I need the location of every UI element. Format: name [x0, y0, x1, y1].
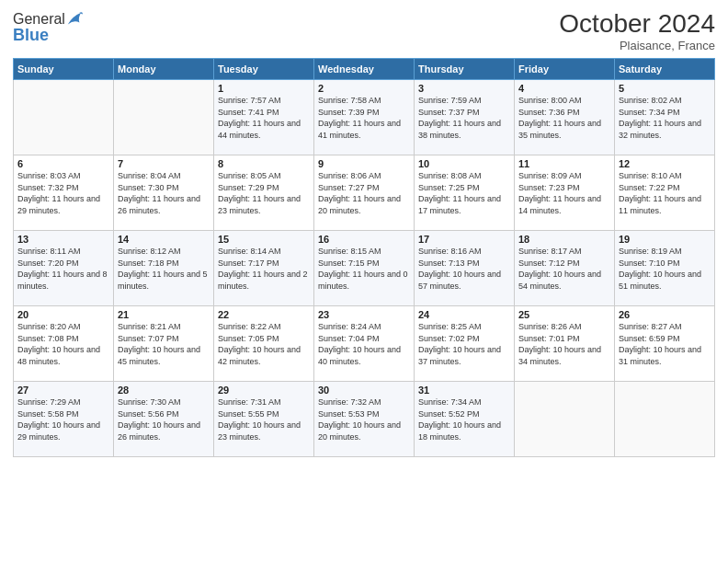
logo-bird-icon [66, 9, 83, 29]
header-row: SundayMondayTuesdayWednesdayThursdayFrid… [14, 59, 715, 80]
day-info: Sunrise: 7:34 AMSunset: 5:52 PMDaylight:… [418, 396, 510, 442]
calendar-cell: 19Sunrise: 8:19 AMSunset: 7:10 PMDayligh… [615, 231, 715, 306]
day-number: 7 [118, 158, 210, 169]
calendar-cell: 23Sunrise: 8:24 AMSunset: 7:04 PMDayligh… [314, 306, 415, 382]
day-number: 3 [418, 83, 510, 94]
day-number: 1 [218, 83, 310, 94]
day-number: 4 [518, 83, 610, 94]
day-number: 28 [118, 385, 210, 396]
day-info: Sunrise: 8:16 AMSunset: 7:13 PMDaylight:… [418, 246, 510, 292]
day-info: Sunrise: 8:17 AMSunset: 7:12 PMDaylight:… [518, 246, 610, 292]
calendar-cell: 8Sunrise: 8:05 AMSunset: 7:29 PMDaylight… [214, 155, 314, 231]
day-info: Sunrise: 8:12 AMSunset: 7:18 PMDaylight:… [118, 246, 210, 292]
col-header-thursday: Thursday [415, 59, 515, 80]
calendar-cell: 1Sunrise: 7:57 AMSunset: 7:41 PMDaylight… [214, 80, 314, 155]
day-info: Sunrise: 7:32 AMSunset: 5:53 PMDaylight:… [318, 396, 410, 442]
day-info: Sunrise: 8:14 AMSunset: 7:17 PMDaylight:… [218, 246, 310, 292]
day-info: Sunrise: 7:31 AMSunset: 5:55 PMDaylight:… [218, 396, 310, 442]
day-info: Sunrise: 8:19 AMSunset: 7:10 PMDaylight:… [619, 246, 711, 292]
calendar-cell [515, 382, 615, 457]
month-title: October 2024 [559, 9, 715, 39]
col-header-wednesday: Wednesday [314, 59, 415, 80]
day-number: 10 [418, 158, 510, 169]
logo: General Blue [13, 9, 83, 45]
calendar-cell: 13Sunrise: 8:11 AMSunset: 7:20 PMDayligh… [14, 231, 114, 306]
day-number: 2 [318, 83, 410, 94]
day-info: Sunrise: 8:22 AMSunset: 7:05 PMDaylight:… [218, 321, 310, 367]
calendar-cell: 2Sunrise: 7:58 AMSunset: 7:39 PMDaylight… [314, 80, 415, 155]
title-block: October 2024 Plaisance, France [559, 9, 715, 52]
day-number: 17 [418, 234, 510, 245]
calendar-cell: 3Sunrise: 7:59 AMSunset: 7:37 PMDaylight… [415, 80, 515, 155]
day-info: Sunrise: 7:57 AMSunset: 7:41 PMDaylight:… [218, 95, 310, 141]
week-row-4: 20Sunrise: 8:20 AMSunset: 7:08 PMDayligh… [14, 306, 715, 382]
calendar-cell [14, 80, 114, 155]
day-number: 8 [218, 158, 310, 169]
day-number: 9 [318, 158, 410, 169]
day-info: Sunrise: 8:03 AMSunset: 7:32 PMDaylight:… [17, 170, 109, 216]
day-number: 27 [17, 385, 109, 396]
calendar-cell: 10Sunrise: 8:08 AMSunset: 7:25 PMDayligh… [415, 155, 515, 231]
calendar-cell: 24Sunrise: 8:25 AMSunset: 7:02 PMDayligh… [415, 306, 515, 382]
calendar-cell: 15Sunrise: 8:14 AMSunset: 7:17 PMDayligh… [214, 231, 314, 306]
day-number: 22 [218, 309, 310, 320]
calendar-cell [615, 382, 715, 457]
week-row-2: 6Sunrise: 8:03 AMSunset: 7:32 PMDaylight… [14, 155, 715, 231]
day-number: 16 [318, 234, 410, 245]
day-number: 26 [619, 309, 711, 320]
col-header-friday: Friday [515, 59, 615, 80]
day-info: Sunrise: 8:21 AMSunset: 7:07 PMDaylight:… [118, 321, 210, 367]
day-info: Sunrise: 8:09 AMSunset: 7:23 PMDaylight:… [518, 170, 610, 216]
day-info: Sunrise: 8:10 AMSunset: 7:22 PMDaylight:… [619, 170, 711, 216]
day-info: Sunrise: 8:15 AMSunset: 7:15 PMDaylight:… [318, 246, 410, 292]
week-row-3: 13Sunrise: 8:11 AMSunset: 7:20 PMDayligh… [14, 231, 715, 306]
col-header-tuesday: Tuesday [214, 59, 314, 80]
day-number: 11 [518, 158, 610, 169]
day-info: Sunrise: 8:27 AMSunset: 6:59 PMDaylight:… [619, 321, 711, 367]
day-number: 21 [118, 309, 210, 320]
day-number: 18 [518, 234, 610, 245]
location-subtitle: Plaisance, France [559, 39, 715, 52]
calendar-cell: 9Sunrise: 8:06 AMSunset: 7:27 PMDaylight… [314, 155, 415, 231]
day-number: 20 [17, 309, 109, 320]
calendar-cell: 6Sunrise: 8:03 AMSunset: 7:32 PMDaylight… [14, 155, 114, 231]
day-number: 12 [619, 158, 711, 169]
calendar-cell [114, 80, 214, 155]
calendar-cell: 5Sunrise: 8:02 AMSunset: 7:34 PMDaylight… [615, 80, 715, 155]
calendar-cell: 20Sunrise: 8:20 AMSunset: 7:08 PMDayligh… [14, 306, 114, 382]
day-info: Sunrise: 8:26 AMSunset: 7:01 PMDaylight:… [518, 321, 610, 367]
calendar-cell: 25Sunrise: 8:26 AMSunset: 7:01 PMDayligh… [515, 306, 615, 382]
day-info: Sunrise: 7:29 AMSunset: 5:58 PMDaylight:… [17, 396, 109, 442]
day-info: Sunrise: 8:24 AMSunset: 7:04 PMDaylight:… [318, 321, 410, 367]
week-row-1: 1Sunrise: 7:57 AMSunset: 7:41 PMDaylight… [14, 80, 715, 155]
calendar-cell: 16Sunrise: 8:15 AMSunset: 7:15 PMDayligh… [314, 231, 415, 306]
day-info: Sunrise: 8:04 AMSunset: 7:30 PMDaylight:… [118, 170, 210, 216]
day-number: 31 [418, 385, 510, 396]
day-info: Sunrise: 8:02 AMSunset: 7:34 PMDaylight:… [619, 95, 711, 141]
day-info: Sunrise: 8:06 AMSunset: 7:27 PMDaylight:… [318, 170, 410, 216]
calendar-cell: 17Sunrise: 8:16 AMSunset: 7:13 PMDayligh… [415, 231, 515, 306]
day-number: 24 [418, 309, 510, 320]
day-number: 6 [17, 158, 109, 169]
day-number: 5 [619, 83, 711, 94]
calendar-cell: 4Sunrise: 8:00 AMSunset: 7:36 PMDaylight… [515, 80, 615, 155]
day-number: 15 [218, 234, 310, 245]
day-number: 13 [17, 234, 109, 245]
day-info: Sunrise: 7:30 AMSunset: 5:56 PMDaylight:… [118, 396, 210, 442]
calendar-cell: 14Sunrise: 8:12 AMSunset: 7:18 PMDayligh… [114, 231, 214, 306]
calendar-cell: 18Sunrise: 8:17 AMSunset: 7:12 PMDayligh… [515, 231, 615, 306]
calendar-cell: 28Sunrise: 7:30 AMSunset: 5:56 PMDayligh… [114, 382, 214, 457]
col-header-monday: Monday [114, 59, 214, 80]
week-row-5: 27Sunrise: 7:29 AMSunset: 5:58 PMDayligh… [14, 382, 715, 457]
day-info: Sunrise: 8:11 AMSunset: 7:20 PMDaylight:… [17, 246, 109, 292]
calendar-cell: 29Sunrise: 7:31 AMSunset: 5:55 PMDayligh… [214, 382, 314, 457]
calendar-cell: 30Sunrise: 7:32 AMSunset: 5:53 PMDayligh… [314, 382, 415, 457]
calendar-cell: 21Sunrise: 8:21 AMSunset: 7:07 PMDayligh… [114, 306, 214, 382]
day-number: 14 [118, 234, 210, 245]
calendar-cell: 31Sunrise: 7:34 AMSunset: 5:52 PMDayligh… [415, 382, 515, 457]
day-info: Sunrise: 8:08 AMSunset: 7:25 PMDaylight:… [418, 170, 510, 216]
day-info: Sunrise: 8:20 AMSunset: 7:08 PMDaylight:… [17, 321, 109, 367]
day-number: 23 [318, 309, 410, 320]
calendar-cell: 11Sunrise: 8:09 AMSunset: 7:23 PMDayligh… [515, 155, 615, 231]
page-container: General Blue October 2024 Plaisance, Fra… [0, 0, 728, 563]
